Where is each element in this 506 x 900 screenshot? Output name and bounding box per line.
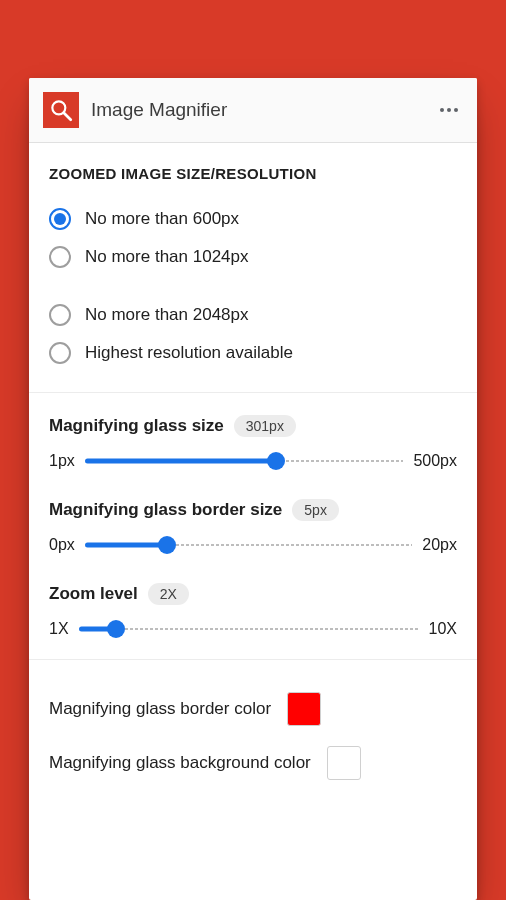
border-color-row: Magnifying glass border color [49,682,457,736]
radio-label: No more than 600px [85,209,239,229]
slider-header: Magnifying glass size301px [49,415,457,437]
colors-section: Magnifying glass border color Magnifying… [29,660,477,810]
slider-thumb[interactable] [107,620,125,638]
slider-track[interactable] [85,535,413,555]
magnifier-app-icon [43,92,79,128]
radio-icon [49,208,71,230]
border-color-swatch[interactable] [287,692,321,726]
slider-header: Magnifying glass border size5px [49,499,457,521]
slider-title: Magnifying glass size [49,416,224,436]
resolution-option[interactable]: No more than 600px [49,200,457,238]
background-color-swatch[interactable] [327,746,361,780]
border-color-label: Magnifying glass border color [49,699,271,719]
radio-icon [49,342,71,364]
header: Image Magnifier [29,78,477,143]
sliders-section: Magnifying glass size301px1px500px Magni… [29,393,477,660]
radio-label: No more than 1024px [85,247,249,267]
slider-track-bg [79,627,419,631]
resolution-option[interactable]: Highest resolution available [49,334,457,372]
slider-thumb[interactable] [158,536,176,554]
background-color-row: Magnifying glass background color [49,736,457,790]
slider-row: 1X10X [49,619,457,639]
slider-min-label: 1px [49,452,75,470]
slider-track-fill [85,459,277,464]
radio-icon [49,246,71,268]
slider-track[interactable] [85,451,404,471]
svg-line-1 [64,113,71,120]
radio-label: Highest resolution available [85,343,293,363]
slider-value-badge: 2X [148,583,189,605]
glass-size-slider: Magnifying glass size301px1px500px [49,415,457,471]
slider-title: Zoom level [49,584,138,604]
more-menu-icon[interactable] [437,98,461,122]
slider-value-badge: 5px [292,499,339,521]
slider-min-label: 0px [49,536,75,554]
zoom-slider: Zoom level2X1X10X [49,583,457,639]
radio-icon [49,304,71,326]
slider-row: 0px20px [49,535,457,555]
slider-track-fill [85,543,167,548]
slider-max-label: 10X [429,620,457,638]
slider-title: Magnifying glass border size [49,500,282,520]
resolution-title: ZOOMED IMAGE SIZE/RESOLUTION [49,165,457,182]
resolution-section: ZOOMED IMAGE SIZE/RESOLUTION No more tha… [29,143,477,393]
app-title: Image Magnifier [91,99,437,121]
border-size-slider: Magnifying glass border size5px0px20px [49,499,457,555]
radio-label: No more than 2048px [85,305,249,325]
slider-max-label: 20px [422,536,457,554]
settings-card: Image Magnifier ZOOMED IMAGE SIZE/RESOLU… [29,78,477,900]
slider-track[interactable] [79,619,419,639]
resolution-radio-group: No more than 600pxNo more than 1024pxNo … [49,200,457,372]
slider-header: Zoom level2X [49,583,457,605]
background-color-label: Magnifying glass background color [49,753,311,773]
resolution-option[interactable]: No more than 1024px [49,238,457,276]
slider-max-label: 500px [413,452,457,470]
slider-value-badge: 301px [234,415,296,437]
slider-row: 1px500px [49,451,457,471]
resolution-option[interactable]: No more than 2048px [49,296,457,334]
slider-thumb[interactable] [267,452,285,470]
slider-min-label: 1X [49,620,69,638]
